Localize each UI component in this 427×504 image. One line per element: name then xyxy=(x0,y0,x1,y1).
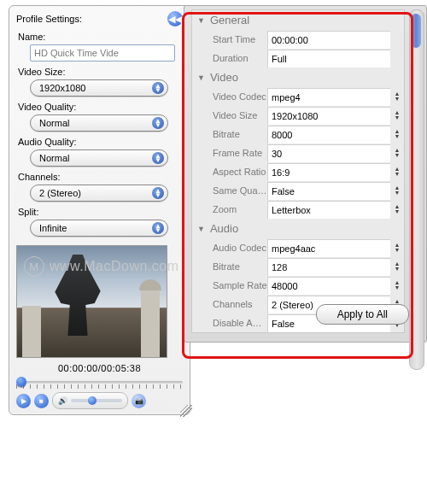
video-size-value[interactable]: 1920x1080 xyxy=(267,107,390,125)
left-panel: Profile Settings: ◀◀ Name: Video Size: 1… xyxy=(9,5,190,415)
stepper-icon[interactable]: ▲▼ xyxy=(390,91,404,102)
same-quality-value[interactable]: False xyxy=(267,182,390,200)
section-audio[interactable]: ▼Audio xyxy=(192,219,404,238)
stepper-icon[interactable]: ▲▼ xyxy=(390,148,404,158)
chevron-updown-icon: ▲▼ xyxy=(152,187,164,199)
prop-start-time: Start Time00:00:00 xyxy=(192,30,404,49)
disclosure-triangle-icon: ▼ xyxy=(197,73,205,82)
prop-video-bitrate: Bitrate8000▲▼ xyxy=(192,125,404,144)
scrubber[interactable] xyxy=(16,375,183,389)
sample-rate-value[interactable]: 48000 xyxy=(267,277,390,295)
stepper-icon[interactable]: ▲▼ xyxy=(390,110,404,120)
volume-slider[interactable]: 🔊 xyxy=(52,392,128,409)
audio-quality-select[interactable]: Normal ▲▼ xyxy=(30,149,168,167)
section-general[interactable]: ▼General xyxy=(192,10,404,30)
properties-panel: ▼General Start Time00:00:00 DurationFull… xyxy=(184,5,427,343)
chevron-updown-icon: ▲▼ xyxy=(152,152,164,164)
prop-video-size: Video Size1920x1080▲▼ xyxy=(192,106,404,125)
name-label: Name: xyxy=(18,32,183,42)
chevron-updown-icon: ▲▼ xyxy=(152,82,164,94)
select-value: 2 (Stereo) xyxy=(39,188,81,198)
prop-audio-codec: Audio Codecmpeg4aac▲▼ xyxy=(192,238,404,257)
video-bitrate-value[interactable]: 8000 xyxy=(267,126,390,144)
stepper-icon[interactable]: ▲▼ xyxy=(390,185,404,196)
name-input[interactable] xyxy=(30,44,175,62)
reset-button[interactable]: ◀◀ xyxy=(167,11,183,26)
stepper-icon[interactable]: ▲▼ xyxy=(390,167,404,177)
stepper-icon[interactable]: ▲▼ xyxy=(390,261,404,272)
prop-sample-rate: Sample Rate48000▲▼ xyxy=(192,276,404,295)
stop-button[interactable]: ■ xyxy=(34,394,49,408)
video-codec-value[interactable]: mpeg4 xyxy=(267,88,390,106)
video-size-label: Video Size: xyxy=(18,67,183,77)
split-label: Split: xyxy=(18,207,183,217)
prop-aspect-ratio: Aspect Ratio16:9▲▼ xyxy=(192,162,404,181)
audio-bitrate-value[interactable]: 128 xyxy=(267,258,390,276)
select-value: Normal xyxy=(39,153,69,163)
timecode: 00:00:00/00:05:38 xyxy=(16,363,183,373)
video-size-select[interactable]: 1920x1080 ▲▼ xyxy=(30,79,168,97)
disclosure-triangle-icon: ▼ xyxy=(197,16,205,25)
audio-quality-label: Audio Quality: xyxy=(18,137,183,147)
select-value: Normal xyxy=(39,118,69,128)
video-preview xyxy=(16,245,167,358)
split-select[interactable]: Infinite ▲▼ xyxy=(30,220,168,237)
stepper-icon[interactable]: ▲▼ xyxy=(390,204,404,214)
audio-codec-value[interactable]: mpeg4aac xyxy=(267,239,390,257)
select-value: Infinite xyxy=(39,223,67,233)
prop-audio-bitrate: Bitrate128▲▼ xyxy=(192,257,404,276)
play-button[interactable]: ▶ xyxy=(16,394,31,408)
stepper-icon[interactable]: ▲▼ xyxy=(390,280,404,290)
channels-select[interactable]: 2 (Stereo) ▲▼ xyxy=(30,185,168,202)
channels-label: Channels: xyxy=(18,172,183,182)
prop-frame-rate: Frame Rate30▲▼ xyxy=(192,144,404,162)
video-quality-label: Video Quality: xyxy=(18,102,183,112)
prop-video-codec: Video Codecmpeg4▲▼ xyxy=(192,87,404,106)
stepper-icon[interactable]: ▲▼ xyxy=(390,243,404,253)
duration-value[interactable]: Full xyxy=(267,50,390,67)
select-value: 1920x1080 xyxy=(39,83,85,93)
section-video[interactable]: ▼Video xyxy=(192,67,404,87)
prop-zoom: ZoomLetterbox▲▼ xyxy=(192,200,404,219)
chevron-updown-icon: ▲▼ xyxy=(152,117,164,129)
frame-rate-value[interactable]: 30 xyxy=(267,144,390,162)
video-quality-select[interactable]: Normal ▲▼ xyxy=(30,114,168,132)
prop-same-quality: Same Qua…False▲▼ xyxy=(192,181,404,200)
disclosure-triangle-icon: ▼ xyxy=(197,225,205,233)
vertical-scrollbar[interactable] xyxy=(409,9,424,370)
aspect-ratio-value[interactable]: 16:9 xyxy=(267,163,390,181)
snapshot-button[interactable]: 📷 xyxy=(132,394,146,408)
resize-grip-icon[interactable] xyxy=(180,405,192,417)
zoom-value[interactable]: Letterbox xyxy=(267,201,390,219)
chevron-updown-icon: ▲▼ xyxy=(152,222,164,234)
prop-duration: DurationFull xyxy=(192,49,404,67)
profile-settings-label: Profile Settings: xyxy=(16,14,82,24)
stepper-icon[interactable]: ▲▼ xyxy=(390,129,404,139)
speaker-icon: 🔊 xyxy=(58,396,67,405)
start-time-value[interactable]: 00:00:00 xyxy=(267,31,390,49)
properties-table: ▼General Start Time00:00:00 DurationFull… xyxy=(191,9,405,333)
apply-to-all-button[interactable]: Apply to All xyxy=(316,304,409,325)
